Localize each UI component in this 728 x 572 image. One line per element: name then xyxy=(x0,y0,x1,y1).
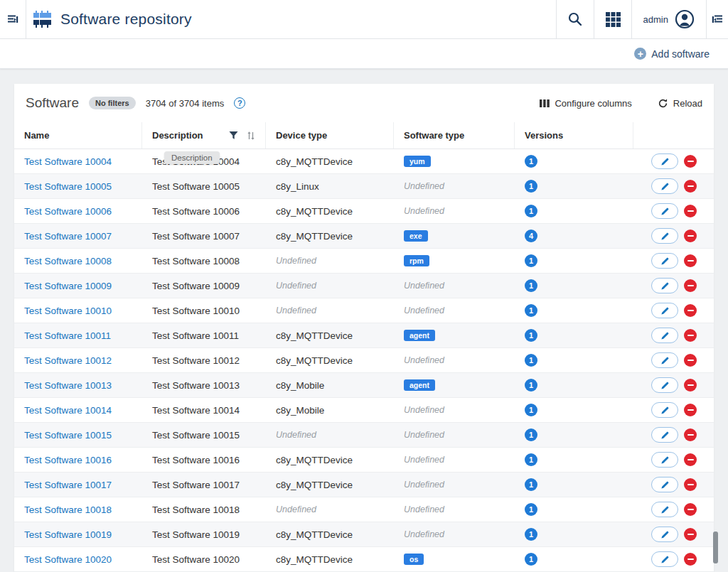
device-type-cell: Undefined xyxy=(266,423,394,447)
edit-button[interactable] xyxy=(651,502,678,517)
edit-button[interactable] xyxy=(651,452,678,468)
edit-button[interactable] xyxy=(651,278,678,293)
software-name-link[interactable]: Test Software 10012 xyxy=(24,355,112,366)
menu-collapse-button[interactable] xyxy=(0,0,26,38)
delete-button[interactable] xyxy=(684,254,697,267)
versions-cell: 1 xyxy=(515,298,633,323)
table-row: Test Software 10015 Test Software 10015 … xyxy=(14,423,714,448)
software-type-text: Undefined xyxy=(404,281,444,291)
card-title: Software xyxy=(26,95,79,111)
actions-cell xyxy=(633,348,714,372)
software-type-cell: Undefined xyxy=(394,448,515,472)
right-drawer-button[interactable] xyxy=(706,0,728,38)
configure-columns-button[interactable]: Configure columns xyxy=(540,98,631,109)
device-type-cell: Undefined xyxy=(266,497,394,522)
edit-pencil-icon xyxy=(660,505,670,514)
column-header-description[interactable]: Description xyxy=(142,122,266,149)
delete-button[interactable] xyxy=(684,279,697,292)
delete-button[interactable] xyxy=(684,230,697,242)
software-name-link[interactable]: Test Software 10017 xyxy=(24,480,112,490)
edit-button[interactable] xyxy=(651,402,678,418)
column-header-software-type[interactable]: Software type xyxy=(394,122,515,149)
edit-button[interactable] xyxy=(651,178,678,194)
device-type-cell: c8y_MQTTDevice xyxy=(266,547,394,571)
versions-cell: 1 xyxy=(515,348,633,372)
edit-pencil-icon xyxy=(660,455,670,465)
edit-button[interactable] xyxy=(651,477,678,492)
reload-button[interactable]: Reload xyxy=(658,98,702,109)
software-name-link[interactable]: Test Software 10013 xyxy=(24,380,112,391)
search-button[interactable] xyxy=(556,0,594,38)
software-type-text: Undefined xyxy=(404,206,444,216)
edit-button[interactable] xyxy=(651,527,678,542)
edit-button[interactable] xyxy=(651,551,678,567)
software-name-link[interactable]: Test Software 10005 xyxy=(24,181,112,192)
edit-button[interactable] xyxy=(651,328,678,343)
add-software-button[interactable]: + Add software xyxy=(634,48,710,60)
software-type-badge: yum xyxy=(404,156,431,167)
software-name-link[interactable]: Test Software 10006 xyxy=(24,206,112,217)
software-type-text: Undefined xyxy=(404,529,444,539)
delete-button[interactable] xyxy=(684,478,697,491)
software-name-link[interactable]: Test Software 10007 xyxy=(24,231,112,242)
help-icon[interactable]: ? xyxy=(234,97,245,109)
name-cell: Test Software 10009 xyxy=(14,274,142,298)
software-name-link[interactable]: Test Software 10011 xyxy=(24,330,111,341)
software-type-cell: Undefined xyxy=(394,473,515,497)
delete-button[interactable] xyxy=(684,503,697,516)
description-cell: Test Software 10009 xyxy=(142,274,266,298)
edit-button[interactable] xyxy=(651,253,678,269)
app-switcher-button[interactable] xyxy=(594,0,631,38)
delete-button[interactable] xyxy=(684,354,697,367)
software-type-cell: Undefined xyxy=(394,522,515,546)
delete-button[interactable] xyxy=(684,453,697,466)
configure-columns-icon xyxy=(540,99,550,108)
software-name-link[interactable]: Test Software 10014 xyxy=(24,405,112,416)
software-name-link[interactable]: Test Software 10016 xyxy=(24,455,112,465)
software-type-badge: os xyxy=(404,554,424,565)
vertical-scrollbar-thumb[interactable] xyxy=(713,531,718,563)
software-name-link[interactable]: Test Software 10019 xyxy=(24,529,112,540)
versions-cell: 1 xyxy=(515,522,633,546)
software-name-link[interactable]: Test Software 10010 xyxy=(24,306,112,316)
device-type-cell-text: c8y_MQTTDevice xyxy=(276,156,353,167)
user-menu-button[interactable]: admin xyxy=(631,0,706,38)
delete-button[interactable] xyxy=(684,205,697,217)
delete-button[interactable] xyxy=(684,304,697,317)
filter-icon[interactable] xyxy=(229,131,238,140)
software-name-link[interactable]: Test Software 10004 xyxy=(24,156,112,167)
table-row: Test Software 10016 Test Software 10016 … xyxy=(14,448,714,473)
delete-button[interactable] xyxy=(684,329,697,342)
table-row: Test Software 10004 Test Software 10004 … xyxy=(14,149,714,174)
delete-button[interactable] xyxy=(684,180,697,193)
edit-button[interactable] xyxy=(651,228,678,244)
software-name-link[interactable]: Test Software 10008 xyxy=(24,256,112,266)
edit-button[interactable] xyxy=(651,427,678,443)
delete-button[interactable] xyxy=(684,528,697,541)
delete-button[interactable] xyxy=(684,379,697,392)
delete-button[interactable] xyxy=(684,155,697,168)
software-name-link[interactable]: Test Software 10018 xyxy=(24,504,112,515)
delete-button[interactable] xyxy=(684,404,697,416)
edit-pencil-icon xyxy=(660,207,670,216)
edit-button[interactable] xyxy=(651,303,678,318)
versions-cell: 1 xyxy=(515,497,633,522)
column-header-name[interactable]: Name xyxy=(14,122,142,149)
edit-button[interactable] xyxy=(651,203,678,219)
sort-icon[interactable] xyxy=(247,131,255,141)
edit-button[interactable] xyxy=(651,352,678,368)
software-name-link[interactable]: Test Software 10015 xyxy=(24,430,112,441)
column-header-software-type-label: Software type xyxy=(404,130,464,141)
edit-pencil-icon xyxy=(660,257,670,266)
edit-button[interactable] xyxy=(651,153,678,169)
software-name-link[interactable]: Test Software 10009 xyxy=(24,281,112,291)
delete-button[interactable] xyxy=(684,428,697,441)
description-cell: Test Software 10016 xyxy=(142,448,266,472)
device-type-cell: c8y_Mobile xyxy=(266,373,394,397)
column-header-device-type[interactable]: Device type xyxy=(266,122,394,149)
column-header-versions[interactable]: Versions xyxy=(515,122,633,149)
delete-button[interactable] xyxy=(684,553,697,566)
edit-button[interactable] xyxy=(651,377,678,393)
column-header-device-type-label: Device type xyxy=(276,130,327,141)
software-name-link[interactable]: Test Software 10020 xyxy=(24,554,112,565)
